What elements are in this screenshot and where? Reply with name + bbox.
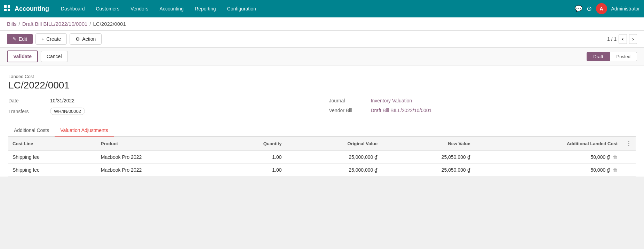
journal-label: Journal <box>329 98 371 103</box>
transfers-row: Transfers WH/IN/00002 <box>8 108 315 115</box>
table-row: Shipping fee Macbook Pro 2022 1.00 25,00… <box>8 151 636 164</box>
nav-dashboard[interactable]: Dashboard <box>56 3 90 14</box>
validate-button[interactable]: Validate <box>7 50 38 62</box>
plus-icon: + <box>41 36 44 42</box>
edit-icon: ✎ <box>13 36 17 42</box>
journal-row: Journal Inventory Valuation <box>329 98 636 103</box>
main-content: Landed Cost LC/2022/0001 Date 10/31/2022… <box>0 65 644 177</box>
col-product: Product <box>97 137 220 151</box>
nav-reporting[interactable]: Reporting <box>190 3 221 14</box>
doc-label: Landed Cost <box>8 74 636 79</box>
row2-options <box>622 164 636 177</box>
row2-cost-line: Shipping fee <box>8 164 97 177</box>
help-icon[interactable]: ⊙ <box>587 5 592 13</box>
row2-quantity: 1.00 <box>219 164 286 177</box>
date-row: Date 10/31/2022 <box>8 98 315 103</box>
status-bar: Draft Posted <box>587 52 637 61</box>
row1-cost-line: Shipping fee <box>8 151 97 164</box>
form-fields: Date 10/31/2022 Transfers WH/IN/00002 Jo… <box>8 98 636 119</box>
vendor-bill-label: Vendor Bill <box>329 108 371 113</box>
nav-configuration[interactable]: Configuration <box>222 3 261 14</box>
doc-title: LC/2022/0001 <box>8 80 636 91</box>
table-row: Shipping fee Macbook Pro 2022 1.00 25,00… <box>8 164 636 177</box>
col-cost-line: Cost Line <box>8 137 97 151</box>
col-quantity: Quantity <box>219 137 286 151</box>
row1-new-value: 25,050,000 ₫ <box>382 151 474 164</box>
grid-icon[interactable] <box>4 5 10 13</box>
tab-valuation-adjustments[interactable]: Valuation Adjustments <box>55 125 114 137</box>
action-button[interactable]: ⚙ Action <box>70 33 102 45</box>
svg-rect-2 <box>4 9 7 11</box>
valuation-table: Cost Line Product Quantity Original Valu… <box>8 137 636 177</box>
top-navigation: Accounting Dashboard Customers Vendors A… <box>0 0 644 17</box>
column-options-icon[interactable]: ⋮ <box>626 141 631 147</box>
nav-accounting[interactable]: Accounting <box>155 3 189 14</box>
row1-product: Macbook Pro 2022 <box>97 151 220 164</box>
row1-additional-landed-cost: 50,000 ₫ 🗑 <box>475 151 622 164</box>
date-value: 10/31/2022 <box>50 98 74 103</box>
row1-quantity: 1.00 <box>219 151 286 164</box>
pagination-next[interactable]: › <box>629 34 637 44</box>
row2-original-value: 25,000,000 ₫ <box>286 164 382 177</box>
row1-delete-icon[interactable]: 🗑 <box>613 154 618 160</box>
breadcrumb-sep-2: / <box>89 21 91 27</box>
row2-additional-landed-cost: 50,000 ₫ 🗑 <box>475 164 622 177</box>
create-label: Create <box>46 36 61 42</box>
edit-button[interactable]: ✎ Edit <box>7 34 33 44</box>
tab-additional-costs[interactable]: Additional Costs <box>8 125 55 137</box>
nav-customers[interactable]: Customers <box>91 3 125 14</box>
toolbar: ✎ Edit + Create ⚙ Action 1 / 1 ‹ › <box>0 31 644 48</box>
transfers-label: Transfers <box>8 109 50 114</box>
row2-new-value: 25,050,000 ₫ <box>382 164 474 177</box>
breadcrumb-current: LC/2022/0001 <box>93 21 126 27</box>
svg-rect-0 <box>4 5 7 8</box>
row2-product: Macbook Pro 2022 <box>97 164 220 177</box>
tabs: Additional Costs Valuation Adjustments <box>8 125 636 137</box>
action-label: Action <box>82 36 96 42</box>
transfers-tag[interactable]: WH/IN/00002 <box>50 108 85 115</box>
breadcrumb-bills[interactable]: Bills <box>7 21 17 27</box>
top-right-actions: 💬 ⊙ A Administrator <box>575 3 640 14</box>
col-options-header: ⋮ <box>622 137 636 151</box>
app-title: Accounting <box>15 5 49 13</box>
breadcrumb: Bills / Draft Bill BILL/2022/10/0001 / L… <box>0 17 644 31</box>
journal-value[interactable]: Inventory Valuation <box>371 98 412 103</box>
svg-rect-1 <box>8 5 10 8</box>
status-posted[interactable]: Posted <box>610 52 637 61</box>
row2-delete-icon[interactable]: 🗑 <box>613 167 618 173</box>
pagination-count: 1 / 1 <box>607 36 617 42</box>
chat-icon[interactable]: 💬 <box>575 5 582 13</box>
svg-rect-3 <box>8 9 10 11</box>
cancel-button[interactable]: Cancel <box>41 51 68 62</box>
edit-label: Edit <box>19 36 27 42</box>
date-label: Date <box>8 98 50 103</box>
breadcrumb-sep-1: / <box>19 21 20 27</box>
nav-vendors[interactable]: Vendors <box>126 3 153 14</box>
gear-icon: ⚙ <box>75 36 80 42</box>
create-button[interactable]: + Create <box>35 33 67 45</box>
row1-original-value: 25,000,000 ₫ <box>286 151 382 164</box>
action-bar: Validate Cancel Draft Posted <box>0 48 644 65</box>
col-additional-landed-cost: Additional Landed Cost <box>475 137 622 151</box>
vendor-bill-value[interactable]: Draft Bill BILL/2022/10/0001 <box>371 108 432 113</box>
col-new-value: New Value <box>382 137 474 151</box>
avatar[interactable]: A <box>596 3 607 14</box>
col-original-value: Original Value <box>286 137 382 151</box>
row1-options <box>622 151 636 164</box>
status-draft[interactable]: Draft <box>587 52 610 61</box>
vendor-bill-row: Vendor Bill Draft Bill BILL/2022/10/0001 <box>329 108 636 113</box>
admin-name: Administrator <box>611 6 640 11</box>
pagination: 1 / 1 ‹ › <box>607 34 637 44</box>
pagination-prev[interactable]: ‹ <box>619 34 627 44</box>
breadcrumb-bill[interactable]: Draft Bill BILL/2022/10/0001 <box>22 21 88 27</box>
